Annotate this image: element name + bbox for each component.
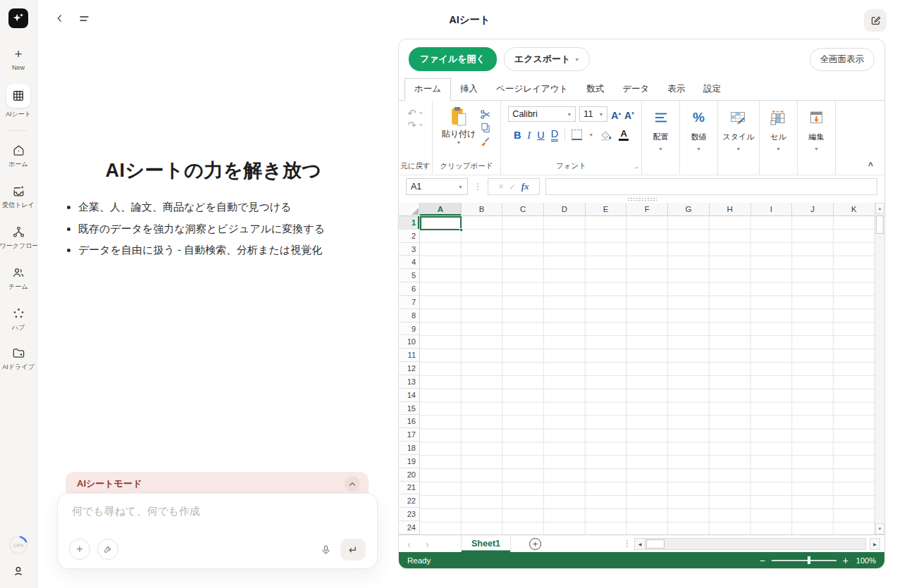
column-header-H[interactable]: H (710, 203, 751, 216)
italic-button[interactable]: I (527, 130, 531, 141)
bold-button[interactable]: B (514, 130, 521, 141)
row-header-22[interactable]: 22 (399, 494, 420, 508)
ribbon-tab[interactable]: ホーム (404, 78, 451, 101)
row-header-10[interactable]: 10 (399, 335, 420, 349)
horizontal-scroll-thumb[interactable] (646, 539, 665, 549)
row-header-20[interactable]: 20 (399, 468, 420, 482)
attach-button[interactable]: + (69, 539, 90, 560)
formula-input[interactable] (545, 178, 877, 195)
sidebar-item-home[interactable]: ホーム (0, 142, 37, 169)
zoom-in-button[interactable]: + (843, 556, 848, 565)
sidebar-item-workflow[interactable]: ワークフロー (0, 224, 37, 251)
ribbon-group-cells[interactable]: セル ▼ (760, 101, 798, 175)
row-header-14[interactable]: 14 (399, 389, 420, 402)
scroll-up-icon[interactable]: ▲ (875, 203, 884, 214)
back-button[interactable] (54, 13, 66, 24)
toggle-panel-button[interactable] (78, 14, 90, 23)
ribbon-group-editing[interactable]: 編集 ▼ (798, 101, 836, 175)
sidebar-item-new[interactable]: + New (0, 46, 37, 71)
collapse-ribbon-button[interactable]: ^ (868, 161, 873, 170)
sheet-tab-active[interactable]: Sheet1 (461, 535, 511, 552)
sidebar-item-hub[interactable]: ハブ (0, 306, 37, 332)
column-header-G[interactable]: G (668, 203, 710, 216)
column-header-K[interactable]: K (834, 203, 875, 216)
sidebar-item-ai-sheet[interactable]: AIシート (0, 84, 37, 119)
scroll-down-icon[interactable]: ▼ (875, 523, 884, 534)
row-header-1[interactable]: 1 (399, 216, 420, 230)
tools-button[interactable] (97, 539, 118, 560)
ribbon-tab[interactable]: 表示 (658, 79, 694, 100)
underline-button[interactable]: U (537, 130, 544, 141)
row-header-12[interactable]: 12 (399, 362, 420, 375)
sidebar-item-team[interactable]: チーム (0, 265, 37, 292)
ribbon-group-styles[interactable]: スタイル ▼ (718, 101, 760, 175)
scroll-left-icon[interactable]: ◀ (635, 539, 645, 549)
font-color-button[interactable]: A (619, 130, 629, 141)
prev-sheet-button[interactable]: ‹ (407, 535, 411, 553)
double-underline-button[interactable]: D (551, 128, 558, 142)
column-header-J[interactable]: J (792, 203, 834, 216)
row-header-13[interactable]: 13 (399, 375, 420, 389)
font-size-select[interactable]: 11 ▼ (579, 106, 607, 122)
column-header-B[interactable]: B (462, 203, 503, 216)
row-header-4[interactable]: 4 (399, 256, 420, 269)
fill-color-button[interactable] (600, 130, 612, 141)
fill-handle[interactable] (459, 228, 463, 232)
decrease-font-button[interactable]: A▾ (624, 108, 634, 120)
fullscreen-button[interactable]: 全画面表示 (810, 48, 875, 71)
sidebar-item-ai-drive[interactable]: AIドライブ (0, 345, 37, 372)
selected-cell[interactable] (420, 216, 462, 230)
open-file-button[interactable]: ファイルを開く (409, 47, 497, 71)
format-painter-button[interactable] (480, 136, 491, 146)
undo-button[interactable]: ↶▼ (407, 108, 424, 118)
formula-bar-resize-handle[interactable] (627, 197, 657, 201)
send-button[interactable]: ↵ (340, 539, 366, 561)
row-header-17[interactable]: 17 (399, 428, 420, 442)
row-header-19[interactable]: 19 (399, 455, 420, 468)
user-avatar[interactable] (11, 564, 25, 578)
cut-button[interactable] (480, 109, 491, 120)
row-header-23[interactable]: 23 (399, 508, 420, 521)
zoom-slider-thumb[interactable] (808, 556, 810, 564)
column-header-C[interactable]: C (502, 203, 544, 216)
ribbon-tab[interactable]: 挿入 (451, 79, 487, 100)
row-header-11[interactable]: 11 (399, 349, 420, 362)
redo-button[interactable]: ↷▼ (407, 120, 424, 130)
zoom-out-button[interactable]: − (760, 556, 765, 565)
column-header-E[interactable]: E (586, 203, 627, 216)
zoom-slider[interactable] (772, 560, 836, 561)
row-header-21[interactable]: 21 (399, 482, 420, 495)
add-sheet-button[interactable]: + (529, 538, 541, 550)
ribbon-group-number[interactable]: % 数値 ▼ (680, 101, 718, 175)
row-header-3[interactable]: 3 (399, 243, 420, 256)
ribbon-tab[interactable]: 数式 (577, 79, 613, 100)
increase-font-button[interactable]: A▴ (611, 108, 621, 120)
cancel-entry-icon[interactable]: × (498, 182, 503, 192)
prompt-input[interactable] (72, 505, 361, 532)
row-header-16[interactable]: 16 (399, 415, 420, 428)
ribbon-tab[interactable]: ページレイアウト (487, 79, 577, 100)
collapse-mode-button[interactable] (345, 476, 360, 492)
sidebar-item-inbox[interactable]: 受信トレイ (0, 183, 37, 210)
confirm-entry-icon[interactable]: ✓ (509, 182, 515, 192)
app-logo[interactable] (8, 8, 28, 28)
vertical-scroll-thumb[interactable] (876, 215, 884, 234)
column-header-I[interactable]: I (751, 203, 793, 216)
copy-button[interactable] (480, 123, 491, 133)
row-header-5[interactable]: 5 (399, 269, 420, 282)
ribbon-tab[interactable]: データ (613, 79, 658, 100)
formula-bar-options-icon[interactable]: ⋮ (474, 182, 482, 192)
usage-ring[interactable]: 14% (8, 534, 29, 556)
voice-input-button[interactable] (320, 543, 332, 557)
row-header-2[interactable]: 2 (399, 230, 420, 243)
sheet-options-icon[interactable]: ⋮ (623, 539, 631, 549)
select-all-corner[interactable] (399, 203, 420, 216)
row-header-24[interactable]: 24 (399, 521, 420, 534)
scroll-right-icon[interactable]: ▶ (870, 538, 880, 550)
next-sheet-button[interactable]: › (426, 535, 429, 553)
sheet-cells[interactable] (420, 216, 875, 534)
column-header-A[interactable]: A (420, 203, 462, 216)
paste-button[interactable]: 貼り付け ▼ (442, 106, 476, 146)
ribbon-tab[interactable]: 設定 (694, 79, 730, 100)
insert-function-button[interactable]: fx (521, 181, 529, 192)
